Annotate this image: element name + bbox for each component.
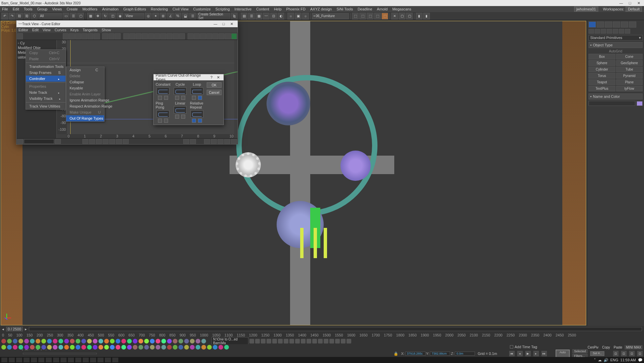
- rect-select-icon[interactable]: ▢: [77, 13, 84, 19]
- ex4-icon[interactable]: ⬚: [374, 13, 381, 19]
- ce-tool-icon[interactable]: [206, 33, 212, 39]
- type-graph-icon[interactable]: [191, 110, 203, 118]
- ce-tool-icon[interactable]: [148, 33, 154, 39]
- tool-icon[interactable]: [201, 339, 206, 344]
- tray-icon[interactable]: ˄: [594, 358, 596, 362]
- menu-note-track[interactable]: Note Track: [26, 89, 66, 95]
- tool-icon[interactable]: [295, 339, 300, 344]
- menu-item[interactable]: Deadline: [358, 7, 372, 11]
- tool-icon[interactable]: [87, 345, 92, 350]
- goto-end-icon[interactable]: ⏭: [541, 351, 547, 356]
- menu-controller[interactable]: Controller: [26, 76, 66, 82]
- ce-tool-icon[interactable]: [179, 33, 185, 39]
- ce-menu-item[interactable]: Keys: [70, 28, 78, 32]
- helpers-icon[interactable]: [613, 29, 618, 34]
- spinner-snap-icon[interactable]: ⬓: [182, 13, 189, 19]
- tool-icon[interactable]: [218, 345, 223, 350]
- toggle-icon[interactable]: ▦: [255, 13, 262, 19]
- tool-icon[interactable]: [318, 339, 323, 344]
- tool-icon[interactable]: [64, 339, 69, 344]
- layer-dropdown[interactable]: • 06_Furniture: [312, 13, 349, 19]
- menu-properties[interactable]: Properties: [26, 83, 66, 89]
- tool-icon[interactable]: [144, 339, 149, 344]
- menu-delete[interactable]: Delete: [66, 73, 104, 79]
- ok-button[interactable]: OK: [207, 82, 222, 88]
- tool-icon[interactable]: [167, 339, 172, 344]
- tool-icon[interactable]: [213, 345, 217, 350]
- menu-item[interactable]: AXYZ design: [310, 7, 332, 11]
- create-box-button[interactable]: Box: [589, 54, 615, 59]
- ce-menu-item[interactable]: Edit: [32, 28, 39, 32]
- psnap-icon[interactable]: %: [174, 13, 181, 19]
- out-toggle[interactable]: [198, 119, 202, 123]
- menu-copy[interactable]: CopyCtrl+C: [26, 50, 66, 56]
- ce-tool-icon[interactable]: [88, 33, 93, 39]
- taskbar-app-icon[interactable]: [68, 358, 74, 362]
- menu-item[interactable]: Content: [256, 7, 269, 11]
- tray-icon[interactable]: 💬: [638, 358, 643, 362]
- ce-menu-item[interactable]: View: [43, 28, 51, 32]
- rollout-object-type[interactable]: Object Type: [589, 42, 643, 48]
- type-graph-icon[interactable]: [157, 110, 169, 118]
- matedit-icon[interactable]: ◐: [278, 13, 284, 19]
- tool-icon[interactable]: [278, 339, 283, 344]
- ce-tool-icon[interactable]: [109, 33, 114, 39]
- named-selection-dropdown[interactable]: Create Selection Set: [197, 13, 230, 19]
- tool-icon[interactable]: [184, 339, 189, 344]
- tool-icon[interactable]: [13, 339, 17, 344]
- search-icon[interactable]: [9, 358, 15, 362]
- taskbar-app-icon[interactable]: [46, 358, 52, 362]
- menu-paste[interactable]: PasteCtrl+V: [26, 56, 66, 62]
- hierarchy-tab-icon[interactable]: [605, 22, 612, 28]
- menu-item[interactable]: Group: [37, 7, 47, 11]
- ce-btool-icon[interactable]: [224, 139, 230, 144]
- menu-item[interactable]: Create: [67, 7, 78, 11]
- tool-icon[interactable]: [138, 339, 143, 344]
- ce-btool-icon[interactable]: [55, 139, 61, 144]
- menu-item[interactable]: Phoenix FD: [286, 7, 306, 11]
- undo-icon[interactable]: ↶: [1, 13, 8, 19]
- menu-respect-anim-range[interactable]: Respect Animation Range: [66, 103, 104, 109]
- tool-icon[interactable]: [261, 339, 266, 344]
- tool-icon[interactable]: [13, 345, 17, 350]
- ce-btool-icon[interactable]: [103, 139, 109, 144]
- nav-icon[interactable]: ⊡: [613, 351, 618, 356]
- workspace-dropdown[interactable]: Default: [626, 6, 642, 12]
- taskview-icon[interactable]: [16, 358, 22, 362]
- menu-item[interactable]: Animation: [102, 7, 119, 11]
- curve-editor-titlebar[interactable]: 〰 Track View - Curve Editor — □ ✕: [16, 21, 238, 27]
- tool-icon[interactable]: [110, 345, 115, 350]
- tool-icon[interactable]: [104, 339, 109, 344]
- tool-icon[interactable]: [93, 339, 97, 344]
- tool-icon[interactable]: [201, 345, 206, 350]
- type-graph-icon[interactable]: [191, 87, 203, 95]
- create-tab-icon[interactable]: [589, 22, 596, 28]
- taskbar-app-icon[interactable]: [97, 358, 104, 362]
- ce-close-button[interactable]: ✕: [228, 22, 236, 26]
- tool-icon[interactable]: [196, 345, 200, 350]
- ce-btool-icon[interactable]: [96, 139, 102, 144]
- create-tyflow-button[interactable]: tyFlow: [616, 86, 643, 91]
- y-input[interactable]: 7382.88cm: [430, 352, 450, 356]
- start-button[interactable]: [1, 358, 7, 362]
- ce-minimize-button[interactable]: —: [211, 22, 219, 26]
- menu-collapse[interactable]: Collapse: [66, 79, 104, 85]
- lock-icon[interactable]: 🔒: [394, 352, 398, 356]
- ce-tool-icon[interactable]: [102, 33, 108, 39]
- pivot-icon[interactable]: ◎: [145, 13, 152, 19]
- mirror-icon[interactable]: ⧎: [231, 13, 238, 19]
- menu-item[interactable]: Graph Editors: [123, 7, 146, 11]
- tool-icon[interactable]: [196, 339, 200, 344]
- tool-icon[interactable]: [307, 339, 311, 344]
- minimax-button[interactable]: MINI MAX: [625, 345, 643, 350]
- rotate-icon[interactable]: ↻: [102, 13, 109, 19]
- tool-icon[interactable]: [173, 339, 177, 344]
- curve-editor-icon[interactable]: 〰: [263, 13, 270, 19]
- scale-icon[interactable]: ◫: [109, 13, 116, 19]
- menu-item[interactable]: Scripting: [215, 7, 230, 11]
- menu-item[interactable]: SiNi Tools: [336, 7, 353, 11]
- display-tab-icon[interactable]: [621, 22, 628, 28]
- tool-icon[interactable]: [267, 339, 271, 344]
- taskbar-app-icon[interactable]: [38, 358, 44, 362]
- create-geosphere-button[interactable]: GeoSphere: [616, 60, 643, 66]
